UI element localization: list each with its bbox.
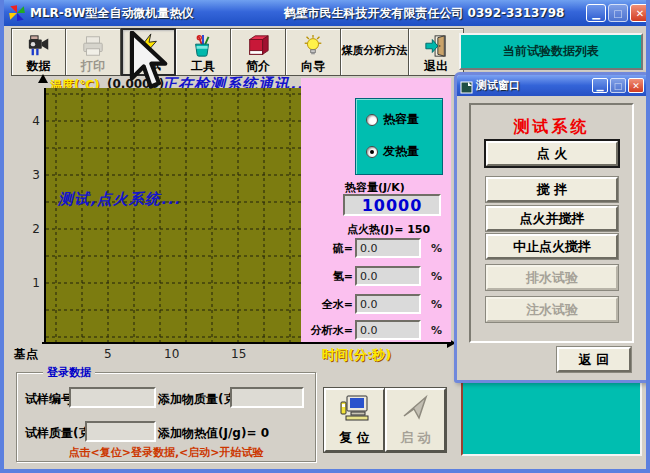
start-arrow-icon [400,394,432,426]
toolbar-button-intro[interactable]: 简介 [231,28,286,76]
correction-label: 氢= [301,269,355,284]
test-window-controls [592,78,644,93]
camera-icon [26,33,52,59]
correction-label: 分析水= [301,323,355,338]
toolbar-button-label: 简介 [246,60,270,73]
heat-capacity-label: 热容量(J/K) [345,180,405,195]
y-tick: 1 [20,276,40,290]
mode-radio-group: 热容量 发热量 [355,98,443,175]
reset-button[interactable]: 复 位 [324,388,385,452]
login-data-group: 登录数据 试样编号 添加物质量(克) 试样质量(克) 添加物热值(J/g)= 0… [16,372,316,462]
window-title: MLR-8W型全自动微机量热仪 [30,5,193,22]
toolbar-button-print[interactable]: 打印 [66,28,121,76]
close-button[interactable] [630,4,650,22]
x-axis-line [42,342,448,344]
y-tick: 4 [20,114,40,128]
additive-mass-label: 添加物质量(克) [158,391,241,408]
maximize-button[interactable] [610,78,626,93]
correction-unit: % [431,242,442,255]
fill-water-test-button[interactable]: 注水试验 [486,297,618,322]
toolbar-button-label: 数据 [27,60,51,73]
close-icon[interactable] [628,78,644,93]
maximize-button[interactable] [608,4,628,22]
toolbar-button-coal-method[interactable]: 煤质分析方法 [341,28,409,76]
return-button[interactable]: 返 回 [557,347,631,372]
group-title: 登录数据 [43,365,95,380]
toolbar-button-label: 煤质分析方法 [342,45,408,57]
x-tick: 10 [164,347,179,361]
y-tick: 3 [20,168,40,182]
current-data-list-header: 当前试验数据列表 [459,33,643,70]
note-icon [460,79,473,92]
x-axis-title: 时间(分:秒) [322,346,391,364]
radio-label: 发热量 [383,143,419,160]
toolbar-button-wizard[interactable]: 向导 [286,28,341,76]
correction-row-sulfur: 硫= 0.0 % [301,238,451,258]
test-window-body: 测试系统 点 火 搅 拌 点火并搅拌 中止点火搅拌 排水试验 注水试验 返 回 [457,96,647,380]
window-controls [586,4,650,22]
tools-cup-icon [190,33,216,59]
x-tick: 15 [231,347,246,361]
parameters-panel: 热容量 发热量 热容量(J/K) 10000 点火热(J)= 150 硫= 0.… [301,78,451,342]
x-origin-label: 基点 [14,346,38,363]
correction-input[interactable]: 0.0 [355,320,421,340]
drain-test-button[interactable]: 排水试验 [486,265,618,290]
toolbar: 数据 打印 测试 [11,28,464,76]
correction-label: 全水= [301,297,355,312]
computer-icon [339,394,371,426]
correction-row-hydrogen: 氢= 0.0 % [301,266,451,286]
radio-calorific-value[interactable]: 发热量 [366,143,419,160]
additive-mass-input[interactable] [230,387,304,408]
toolbar-button-data[interactable]: 数据 [11,28,66,76]
test-window-title: 测试窗口 [476,78,520,93]
x-tick: 5 [104,347,112,361]
printer-icon [80,33,106,59]
ignite-and-stir-button[interactable]: 点火并搅拌 [486,206,618,231]
test-window: 测试窗口 测试系统 点 火 搅 拌 点火并搅拌 中止点火搅拌 排水试验 注水试验… [454,72,650,383]
app-logo-icon [8,4,26,22]
minimize-button[interactable] [586,4,606,22]
radio-circle-icon[interactable] [366,146,378,158]
toolbar-button-label: 工具 [191,60,215,73]
correction-input[interactable]: 0.0 [355,238,421,258]
toolbar-button-exit[interactable]: 退出 [409,28,464,76]
toolbar-button-label: 退出 [424,60,448,73]
toolbar-button-tools[interactable]: 工具 [176,28,231,76]
stop-ignite-stir-button[interactable]: 中止点火搅拌 [486,234,618,259]
reset-button-label: 复 位 [339,429,370,447]
titlebar-company-text: 鹤壁市民生科技开发有限责任公司 0392-3313798 [283,5,564,22]
lightning-icon [136,32,162,58]
stir-button[interactable]: 搅 拌 [486,177,618,202]
additive-heat-label: 添加物热值(J/g)= 0 [158,425,269,442]
toolbar-button-label: 向导 [301,60,325,73]
heat-capacity-value[interactable]: 10000 [343,194,441,216]
y-axis-arrow [38,74,48,83]
test-system-heading: 测试系统 [471,117,632,138]
ignite-button[interactable]: 点 火 [486,141,618,166]
plot-message: 测试,点火系统... [58,190,181,209]
correction-unit: % [431,270,442,283]
temperature-plot: 测试,点火系统... [44,88,301,342]
toolbar-button-test[interactable]: 测试 [121,28,176,76]
minimize-button[interactable] [592,78,608,93]
toolbar-button-label: 测试 [137,59,161,72]
correction-input[interactable]: 0.0 [355,266,421,286]
radio-circle-icon[interactable] [366,114,378,126]
test-system-panel: 测试系统 点 火 搅 拌 点火并搅拌 中止点火搅拌 排水试验 注水试验 [469,103,634,343]
plot-grid [46,88,303,342]
test-window-titlebar[interactable]: 测试窗口 [457,75,647,96]
toolbar-button-label: 打印 [81,60,105,73]
sample-no-label: 试样编号 [25,391,73,408]
correction-unit: % [431,324,442,337]
correction-label: 硫= [301,241,355,256]
sample-no-input[interactable] [69,387,156,408]
ignition-heat-label: 点火热(J)= 150 [347,222,430,237]
correction-input[interactable]: 0.0 [355,294,421,314]
bulb-icon [300,33,326,59]
radio-heat-capacity[interactable]: 热容量 [366,111,419,128]
sample-mass-input[interactable] [85,421,156,442]
y-tick: 2 [20,222,40,236]
start-button-label: 启 动 [400,429,431,447]
start-button[interactable]: 启 动 [385,388,446,452]
hint-text: 点击<复位>登录数据,<启动>开始试验 [17,445,315,460]
